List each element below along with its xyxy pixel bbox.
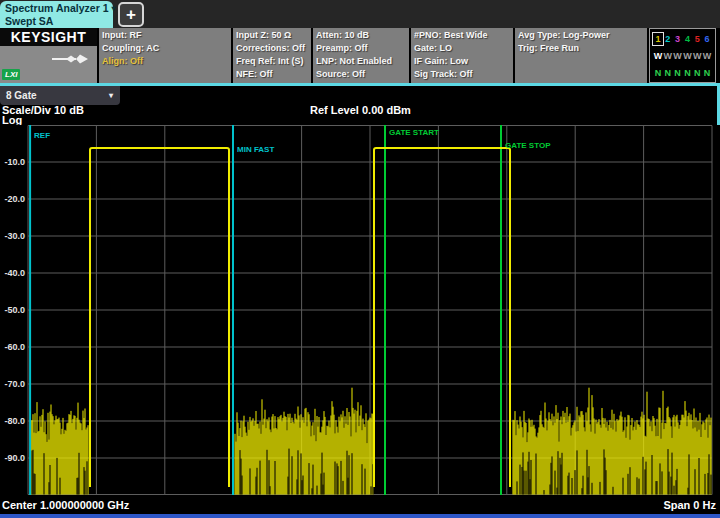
status-panel-3[interactable]: Atten: 10 dBPreamp: OffLNP: Not EnabledS… — [313, 28, 409, 83]
status-line: Sig Track: Off — [414, 68, 510, 81]
trace-6-button[interactable]: 6 — [702, 33, 712, 45]
y-axis-label: -20.0 — [4, 194, 25, 204]
marker-label-min-fast: MIN FAST — [237, 145, 274, 154]
marker-label-ref: REF — [34, 131, 50, 140]
y-axis-label: -80.0 — [4, 416, 25, 426]
status-line: Freq Ref: Int (S) — [236, 55, 308, 68]
tab-subtitle: Swept SA — [5, 15, 108, 27]
keysight-arrow-icon — [52, 53, 88, 65]
trace-1-detector-indicator[interactable]: N — [653, 67, 663, 79]
trace-5-type-indicator[interactable]: W — [692, 50, 702, 62]
status-panels: Input: RFCoupling: ACAlign: OffInput Z: … — [99, 28, 649, 83]
gate-view-dropdown[interactable]: 8 Gate ▾ — [0, 86, 120, 105]
trace-1-button[interactable]: 1 — [653, 33, 663, 45]
trace-3-type-indicator[interactable]: W — [673, 50, 683, 62]
marker-label-gate-stop: GATE STOP — [505, 141, 551, 150]
trace-5-detector-indicator[interactable]: N — [692, 67, 702, 79]
span-label[interactable]: Span 0 Hz — [663, 499, 716, 511]
trace-status-panel: 123456WWWWWWNNNNNN — [649, 28, 716, 83]
status-line: LNP: Not Enabled — [316, 55, 406, 68]
status-panel-2[interactable]: Input Z: 50 ΩCorrections: OffFreq Ref: I… — [233, 28, 311, 83]
ref-level-label[interactable]: Ref Level 0.00 dBm — [310, 104, 411, 116]
status-header: KEYSIGHT LXI Input: RFCoupling: ACAlign:… — [0, 28, 720, 83]
y-axis-label: -30.0 — [4, 231, 25, 241]
trace-3-button[interactable]: 3 — [673, 33, 683, 45]
status-line: Coupling: AC — [102, 42, 228, 55]
spectrum-analyzer-app: Spectrum Analyzer 1▾ Swept SA + KEYSIGHT… — [0, 0, 720, 518]
trace-2-detector-indicator[interactable]: N — [663, 67, 673, 79]
status-line: Trig: Free Run — [518, 42, 644, 55]
trace-5-button[interactable]: 5 — [692, 33, 702, 45]
keysight-logo: KEYSIGHT LXI — [0, 28, 97, 83]
status-line: Avg Type: Log-Power — [518, 29, 644, 42]
status-line: Input Z: 50 Ω — [236, 29, 308, 42]
trace-6-type-indicator[interactable]: W — [702, 50, 712, 62]
y-axis-label: -60.0 — [4, 342, 25, 352]
trace-1-type-indicator[interactable]: W — [653, 50, 663, 62]
y-axis-label: -90.0 — [4, 453, 25, 463]
chevron-down-icon: ▾ — [111, 4, 115, 13]
status-panel-4[interactable]: #PNO: Best WideGate: LOIF Gain: LowSig T… — [411, 28, 513, 83]
trace-3-detector-indicator[interactable]: N — [673, 67, 683, 79]
y-axis-label: -70.0 — [4, 379, 25, 389]
chevron-down-icon: ▾ — [109, 86, 113, 105]
status-line: #PNO: Best Wide — [414, 29, 510, 42]
status-line: Source: Off — [316, 68, 406, 81]
trace-4-detector-indicator[interactable]: N — [682, 67, 692, 79]
keysight-wordmark: KEYSIGHT — [0, 28, 97, 46]
trace-4-type-indicator[interactable]: W — [682, 50, 692, 62]
trace-2-button[interactable]: 2 — [663, 33, 673, 45]
y-axis-label: -10.0 — [4, 157, 25, 167]
status-line: NFE: Off — [236, 68, 308, 81]
add-tab-button[interactable]: + — [118, 2, 144, 27]
status-panel-5[interactable]: Avg Type: Log-PowerTrig: Free Run — [515, 28, 647, 83]
tab-bar: Spectrum Analyzer 1▾ Swept SA + — [0, 0, 720, 28]
trace-2-type-indicator[interactable]: W — [663, 50, 673, 62]
gate-view-label: 8 Gate — [6, 90, 37, 101]
frequency-footer: Center 1.000000000 GHz Span 0 Hz — [0, 495, 720, 514]
status-line: Preamp: Off — [316, 42, 406, 55]
bottom-accent-line — [0, 514, 720, 518]
status-line: Corrections: Off — [236, 42, 308, 55]
marker-label-gate-start: GATE START — [389, 128, 439, 137]
status-line: Align: Off — [102, 55, 228, 68]
trace-6-detector-indicator[interactable]: N — [702, 67, 712, 79]
status-panel-1[interactable]: Input: RFCoupling: ACAlign: Off — [99, 28, 231, 83]
tab-title: Spectrum Analyzer 1 — [5, 2, 108, 14]
center-frequency-label[interactable]: Center 1.000000000 GHz — [2, 499, 129, 511]
status-line: Atten: 10 dB — [316, 29, 406, 42]
status-line: Gate: LO — [414, 42, 510, 55]
trace-4-button[interactable]: 4 — [682, 33, 692, 45]
tab-spectrum-analyzer-1[interactable]: Spectrum Analyzer 1▾ Swept SA — [0, 1, 113, 28]
y-axis-label: -50.0 — [4, 305, 25, 315]
status-line: Input: RF — [102, 29, 228, 42]
lxi-badge: LXI — [2, 69, 20, 80]
spectrum-plot[interactable]: -10.0-20.0-30.0-40.0-50.0-60.0-70.0-80.0… — [0, 125, 720, 495]
status-line: IF Gain: Low — [414, 55, 510, 68]
y-axis-label: -40.0 — [4, 268, 25, 278]
